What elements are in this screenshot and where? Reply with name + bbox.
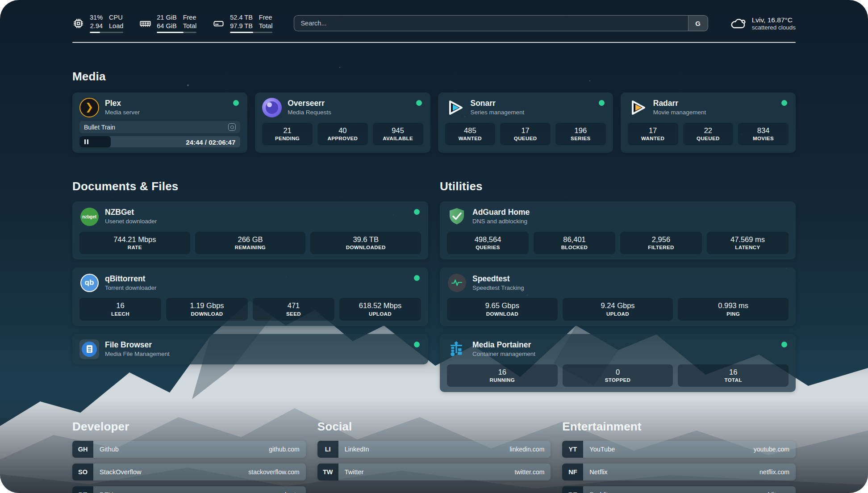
service-card-overseerr[interactable]: Overseerr Media Requests 21 PENDING 40 A… — [255, 92, 430, 153]
service-card-nzbget[interactable]: nzbget NZBGet Usenet downloader 744.21 M… — [72, 201, 428, 259]
service-card-portainer[interactable]: Media Portainer Container management 16 … — [440, 334, 796, 392]
stat-tile: 16 RUNNING — [447, 364, 558, 387]
stat-tile: 22 QUEUED — [683, 123, 734, 145]
service-name: Radarr — [653, 99, 706, 109]
service-card-plex[interactable]: ❯ Plex Media server Bullet Train 24:44 / — [72, 92, 247, 153]
link-reddit[interactable]: RE Reddit reddit.com — [562, 486, 796, 493]
link-abbr-badge: GH — [72, 441, 93, 458]
service-description: Media Requests — [288, 109, 331, 117]
status-dot — [781, 100, 787, 106]
link-abbr-badge: SO — [72, 464, 93, 480]
link-youtube[interactable]: YT YouTube youtube.com — [562, 441, 796, 458]
cpu-load-value: 2.94 — [90, 22, 103, 30]
service-description: Media server — [105, 109, 140, 117]
links-group-social: Social LI LinkedIn linkedin.com TW Twitt… — [317, 420, 551, 493]
link-abbr-badge: DT — [72, 486, 93, 493]
service-name: Speedtest — [472, 274, 524, 284]
stat-tile: 618.52 Mbps UPLOAD — [339, 298, 421, 320]
stat-tile: 834 MOVIES — [738, 123, 789, 145]
service-name: qBittorrent — [105, 274, 157, 284]
top-bar: 31% 2.94 CPU Load — [72, 12, 796, 35]
section-title-utilities: Utilities — [440, 180, 796, 193]
link-dev-to[interactable]: DT DEV dev.to — [72, 486, 306, 493]
playback-time: 24:44 / 02:06:47 — [186, 138, 235, 146]
section-title-media: Media — [72, 70, 796, 84]
links-group-developer: Developer GH Github github.com SO StackO… — [72, 420, 306, 493]
service-card-radarr[interactable]: Radarr Movie management 17 WANTED 22 QUE… — [621, 92, 796, 153]
service-name: Overseerr — [288, 99, 331, 109]
speedtest-icon — [447, 273, 467, 292]
stat-tile: 485 WANTED — [445, 123, 496, 145]
service-card-adguard[interactable]: AdGuard Home DNS and adblocking 498,564 … — [440, 201, 796, 259]
stat-tile: 2,956 FILTERED — [620, 232, 702, 254]
status-dot — [416, 100, 422, 106]
service-description: Speedtest Tracking — [472, 284, 524, 292]
memory-free-label: Free — [183, 13, 197, 22]
stat-tile: 40 APPROVED — [317, 123, 368, 145]
service-description: Usenet downloader — [105, 217, 157, 226]
cloud-icon — [730, 17, 747, 30]
filebrowser-icon — [79, 339, 99, 359]
disk-icon — [213, 17, 225, 29]
status-dot — [414, 209, 420, 215]
service-card-qbittorrent[interactable]: qb qBittorrent Torrent downloader 16 LEE… — [72, 267, 428, 326]
cpu-icon — [72, 17, 84, 29]
now-playing-row: Bullet Train — [79, 121, 240, 133]
stat-tile: 0 STOPPED — [563, 364, 673, 387]
stat-tile: 17 QUEUED — [500, 123, 551, 145]
disk-free-value: 52.4 TB — [230, 13, 253, 22]
stat-tile: 744.21 Mbps RATE — [79, 232, 190, 254]
stat-tile: 945 AVAILABLE — [373, 123, 423, 145]
now-playing-title: Bullet Train — [84, 124, 115, 131]
cpu-stat: 31% 2.94 CPU Load — [72, 13, 123, 33]
status-dot — [414, 342, 420, 347]
playback-progress-bar: 24:44 / 02:06:47 — [79, 136, 240, 147]
stat-tile: 266 GB REMAINING — [195, 232, 306, 254]
search-bar: G — [294, 15, 708, 31]
disk-free-label: Free — [259, 13, 273, 22]
search-input[interactable] — [294, 16, 688, 31]
cpu-label: CPU — [109, 13, 123, 22]
link-linkedin[interactable]: LI LinkedIn linkedin.com — [317, 441, 551, 458]
link-abbr-badge: LI — [317, 441, 338, 458]
weather-condition: scattered clouds — [752, 24, 796, 31]
section-title-documents: Documents & Files — [72, 180, 428, 193]
link-github[interactable]: GH Github github.com — [72, 441, 306, 458]
search-engine-button[interactable]: G — [688, 16, 708, 31]
link-twitter[interactable]: TW Twitter twitter.com — [317, 464, 551, 480]
service-description: Media File Management — [105, 350, 170, 358]
service-description: Movie management — [653, 109, 706, 117]
stat-tile: 86,401 BLOCKED — [534, 232, 615, 254]
service-card-speedtest[interactable]: Speedtest Speedtest Tracking 9.65 Gbps D… — [440, 267, 796, 326]
qbittorrent-icon: qb — [79, 273, 99, 292]
section-title-social: Social — [317, 420, 551, 434]
service-name: AdGuard Home — [472, 208, 530, 217]
memory-stat: 21 GiB 64 GiB Free Total — [139, 13, 196, 33]
playback-device-icon — [228, 123, 236, 131]
stat-tile: 196 SERIES — [555, 123, 606, 145]
cpu-usage-bar — [90, 32, 123, 33]
status-dot — [599, 100, 605, 106]
stat-tile: 1.19 Gbps DOWNLOAD — [166, 298, 248, 320]
header-divider — [72, 42, 796, 43]
service-name: Media Portainer — [472, 340, 535, 350]
service-card-filebrowser[interactable]: File Browser Media File Management — [72, 334, 428, 364]
stat-tile: 0.993 ms PING — [678, 298, 789, 320]
link-abbr-badge: RE — [562, 486, 583, 493]
stat-tile: 9.24 Gbps UPLOAD — [563, 298, 673, 320]
documents-column: Documents & Files nzbget NZBGet Usenet d… — [72, 153, 428, 364]
status-dot — [781, 342, 787, 347]
stat-tile: 39.6 TB DOWNLOADED — [310, 232, 421, 254]
nzbget-icon: nzbget — [79, 207, 99, 226]
link-abbr-badge: NF — [562, 464, 583, 480]
service-card-sonarr[interactable]: Sonarr Series management 485 WANTED 17 Q… — [438, 92, 613, 153]
disk-total-value: 97.9 TB — [230, 22, 253, 30]
service-description: Torrent downloader — [105, 284, 157, 292]
link-stackoverflow[interactable]: SO StackOverflow stackoverflow.com — [72, 464, 306, 480]
pause-icon — [84, 139, 86, 144]
weather-location-temp: Lviv, 16.87°C — [752, 16, 796, 24]
stat-tile: 16 TOTAL — [678, 364, 789, 387]
link-netflix[interactable]: NF Netflix netflix.com — [562, 464, 796, 480]
media-cards: ❯ Plex Media server Bullet Train 24:44 / — [72, 92, 796, 153]
link-abbr-badge: TW — [317, 464, 338, 480]
